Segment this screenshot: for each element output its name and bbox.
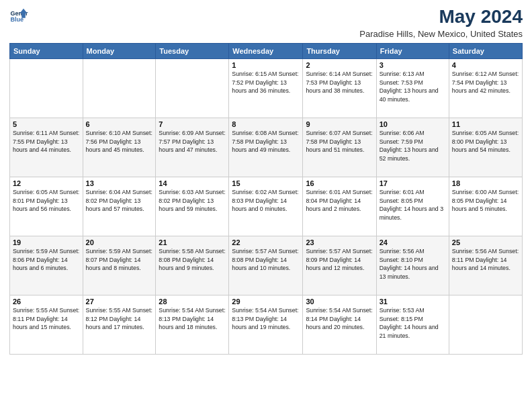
calendar-cell: 30Sunrise: 5:54 AM Sunset: 8:14 PM Dayli… <box>303 295 376 354</box>
day-number: 5 <box>13 120 80 128</box>
day-number: 7 <box>159 120 226 128</box>
page: General Blue May 2024 Paradise Hills, Ne… <box>0 0 532 411</box>
calendar-week-1: 5Sunrise: 6:11 AM Sunset: 7:55 PM Daylig… <box>10 118 523 177</box>
weekday-header-wednesday: Wednesday <box>229 43 303 58</box>
calendar-cell: 3Sunrise: 6:13 AM Sunset: 7:53 PM Daylig… <box>376 58 449 118</box>
day-info: Sunrise: 6:00 AM Sunset: 8:05 PM Dayligh… <box>452 188 519 214</box>
day-info: Sunrise: 5:55 AM Sunset: 8:11 PM Dayligh… <box>13 306 80 332</box>
calendar-cell: 1Sunrise: 6:15 AM Sunset: 7:52 PM Daylig… <box>229 58 303 118</box>
day-number: 17 <box>380 179 446 187</box>
calendar-cell: 24Sunrise: 5:56 AM Sunset: 8:10 PM Dayli… <box>376 236 449 295</box>
calendar-cell: 27Sunrise: 5:55 AM Sunset: 8:12 PM Dayli… <box>83 295 156 354</box>
day-number: 4 <box>452 61 519 69</box>
svg-text:Blue: Blue <box>10 16 24 23</box>
calendar-cell: 6Sunrise: 6:10 AM Sunset: 7:56 PM Daylig… <box>83 118 156 177</box>
day-info: Sunrise: 5:54 AM Sunset: 8:13 PM Dayligh… <box>232 306 300 332</box>
calendar-cell <box>449 295 522 354</box>
day-number: 2 <box>306 61 373 69</box>
calendar-cell <box>10 58 83 118</box>
day-info: Sunrise: 6:14 AM Sunset: 7:53 PM Dayligh… <box>306 70 373 95</box>
calendar-cell: 8Sunrise: 6:08 AM Sunset: 7:58 PM Daylig… <box>229 118 303 177</box>
calendar-cell: 28Sunrise: 5:54 AM Sunset: 8:13 PM Dayli… <box>156 295 229 354</box>
day-number: 8 <box>232 120 300 128</box>
calendar-cell: 31Sunrise: 5:53 AM Sunset: 8:15 PM Dayli… <box>376 295 449 354</box>
weekday-header-tuesday: Tuesday <box>156 43 229 58</box>
weekday-header-friday: Friday <box>376 43 449 58</box>
day-number: 13 <box>86 179 153 187</box>
day-info: Sunrise: 6:08 AM Sunset: 7:58 PM Dayligh… <box>232 129 300 154</box>
calendar-cell: 14Sunrise: 6:03 AM Sunset: 8:02 PM Dayli… <box>156 177 229 236</box>
day-info: Sunrise: 6:15 AM Sunset: 7:52 PM Dayligh… <box>232 70 300 95</box>
calendar-week-4: 26Sunrise: 5:55 AM Sunset: 8:11 PM Dayli… <box>10 295 523 354</box>
header: General Blue May 2024 Paradise Hills, Ne… <box>9 7 523 39</box>
calendar-cell: 29Sunrise: 5:54 AM Sunset: 8:13 PM Dayli… <box>229 295 303 354</box>
weekday-header-sunday: Sunday <box>10 43 83 58</box>
calendar-header-row: SundayMondayTuesdayWednesdayThursdayFrid… <box>10 43 523 58</box>
calendar-cell <box>83 58 156 118</box>
weekday-header-monday: Monday <box>83 43 156 58</box>
day-info: Sunrise: 6:11 AM Sunset: 7:55 PM Dayligh… <box>13 129 80 154</box>
day-info: Sunrise: 6:10 AM Sunset: 7:56 PM Dayligh… <box>86 129 153 154</box>
main-title: May 2024 <box>359 7 523 28</box>
calendar-cell: 20Sunrise: 5:59 AM Sunset: 8:07 PM Dayli… <box>83 236 156 295</box>
calendar-cell: 5Sunrise: 6:11 AM Sunset: 7:55 PM Daylig… <box>10 118 83 177</box>
day-number: 30 <box>306 298 373 306</box>
day-info: Sunrise: 5:57 AM Sunset: 8:08 PM Dayligh… <box>232 247 300 273</box>
day-info: Sunrise: 6:03 AM Sunset: 8:02 PM Dayligh… <box>159 188 226 214</box>
day-number: 26 <box>13 298 80 306</box>
calendar-cell: 16Sunrise: 6:01 AM Sunset: 8:04 PM Dayli… <box>303 177 376 236</box>
calendar-cell: 23Sunrise: 5:57 AM Sunset: 8:09 PM Dayli… <box>303 236 376 295</box>
day-number: 25 <box>452 238 519 246</box>
day-number: 12 <box>13 179 80 187</box>
day-number: 29 <box>232 298 300 306</box>
day-number: 19 <box>13 238 80 246</box>
calendar-cell: 7Sunrise: 6:09 AM Sunset: 7:57 PM Daylig… <box>156 118 229 177</box>
day-info: Sunrise: 5:54 AM Sunset: 8:14 PM Dayligh… <box>306 306 373 332</box>
day-number: 6 <box>86 120 153 128</box>
calendar-cell: 15Sunrise: 6:02 AM Sunset: 8:03 PM Dayli… <box>229 177 303 236</box>
day-info: Sunrise: 5:57 AM Sunset: 8:09 PM Dayligh… <box>306 247 373 273</box>
calendar: SundayMondayTuesdayWednesdayThursdayFrid… <box>9 43 523 355</box>
calendar-cell: 25Sunrise: 5:56 AM Sunset: 8:11 PM Dayli… <box>449 236 522 295</box>
day-number: 10 <box>380 120 446 128</box>
day-info: Sunrise: 6:05 AM Sunset: 8:00 PM Dayligh… <box>452 129 519 154</box>
day-info: Sunrise: 5:53 AM Sunset: 8:15 PM Dayligh… <box>380 306 446 340</box>
calendar-cell: 10Sunrise: 6:06 AM Sunset: 7:59 PM Dayli… <box>376 118 449 177</box>
day-info: Sunrise: 6:01 AM Sunset: 8:04 PM Dayligh… <box>306 188 373 214</box>
day-info: Sunrise: 6:13 AM Sunset: 7:53 PM Dayligh… <box>380 70 446 104</box>
day-number: 20 <box>86 238 153 246</box>
day-number: 16 <box>306 179 373 187</box>
day-number: 24 <box>380 238 446 246</box>
day-info: Sunrise: 6:12 AM Sunset: 7:54 PM Dayligh… <box>452 70 519 95</box>
calendar-cell: 12Sunrise: 6:05 AM Sunset: 8:01 PM Dayli… <box>10 177 83 236</box>
day-info: Sunrise: 6:01 AM Sunset: 8:05 PM Dayligh… <box>380 188 446 222</box>
calendar-cell: 22Sunrise: 5:57 AM Sunset: 8:08 PM Dayli… <box>229 236 303 295</box>
day-number: 1 <box>232 61 300 69</box>
day-number: 31 <box>380 298 446 306</box>
calendar-cell: 9Sunrise: 6:07 AM Sunset: 7:58 PM Daylig… <box>303 118 376 177</box>
day-info: Sunrise: 5:56 AM Sunset: 8:11 PM Dayligh… <box>452 247 519 273</box>
day-info: Sunrise: 6:06 AM Sunset: 7:59 PM Dayligh… <box>380 129 446 163</box>
day-number: 21 <box>159 238 226 246</box>
day-info: Sunrise: 5:56 AM Sunset: 8:10 PM Dayligh… <box>380 247 446 281</box>
calendar-cell: 13Sunrise: 6:04 AM Sunset: 8:02 PM Dayli… <box>83 177 156 236</box>
weekday-header-saturday: Saturday <box>449 43 522 58</box>
day-number: 3 <box>380 61 446 69</box>
calendar-cell: 11Sunrise: 6:05 AM Sunset: 8:00 PM Dayli… <box>449 118 522 177</box>
title-block: May 2024 Paradise Hills, New Mexico, Uni… <box>359 7 523 39</box>
calendar-body: 1Sunrise: 6:15 AM Sunset: 7:52 PM Daylig… <box>10 58 523 354</box>
calendar-cell <box>156 58 229 118</box>
day-number: 15 <box>232 179 300 187</box>
day-number: 28 <box>159 298 226 306</box>
day-info: Sunrise: 6:09 AM Sunset: 7:57 PM Dayligh… <box>159 129 226 154</box>
calendar-cell: 17Sunrise: 6:01 AM Sunset: 8:05 PM Dayli… <box>376 177 449 236</box>
day-number: 14 <box>159 179 226 187</box>
calendar-cell: 18Sunrise: 6:00 AM Sunset: 8:05 PM Dayli… <box>449 177 522 236</box>
calendar-cell: 26Sunrise: 5:55 AM Sunset: 8:11 PM Dayli… <box>10 295 83 354</box>
day-number: 22 <box>232 238 300 246</box>
logo: General Blue <box>9 7 28 26</box>
subtitle: Paradise Hills, New Mexico, United State… <box>359 29 523 39</box>
day-info: Sunrise: 5:54 AM Sunset: 8:13 PM Dayligh… <box>159 306 226 332</box>
calendar-cell: 19Sunrise: 5:59 AM Sunset: 8:06 PM Dayli… <box>10 236 83 295</box>
day-info: Sunrise: 6:02 AM Sunset: 8:03 PM Dayligh… <box>232 188 300 214</box>
